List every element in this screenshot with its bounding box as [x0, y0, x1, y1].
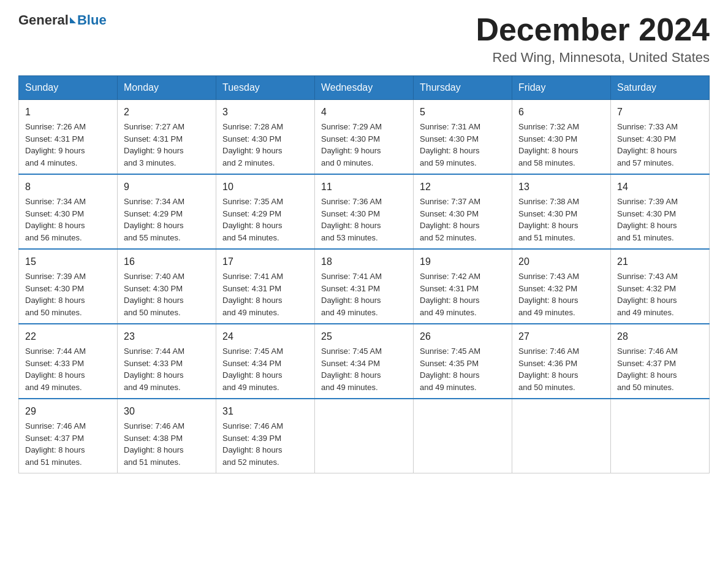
calendar-cell: 13Sunrise: 7:38 AMSunset: 4:30 PMDayligh… — [512, 174, 611, 249]
day-number: 19 — [420, 255, 506, 269]
calendar-week-row: 29Sunrise: 7:46 AMSunset: 4:37 PMDayligh… — [19, 399, 710, 473]
calendar-cell: 20Sunrise: 7:43 AMSunset: 4:32 PMDayligh… — [512, 249, 611, 324]
day-info: Sunrise: 7:46 AMSunset: 4:36 PMDaylight:… — [518, 345, 604, 393]
calendar-header-friday: Friday — [512, 76, 611, 100]
day-number: 31 — [222, 404, 308, 419]
day-number: 5 — [420, 105, 506, 120]
day-info: Sunrise: 7:35 AMSunset: 4:29 PMDaylight:… — [222, 196, 308, 243]
day-number: 27 — [518, 329, 604, 344]
calendar-header-saturday: Saturday — [611, 76, 710, 100]
calendar-cell: 8Sunrise: 7:34 AMSunset: 4:30 PMDaylight… — [19, 174, 118, 249]
day-info: Sunrise: 7:34 AMSunset: 4:30 PMDaylight:… — [25, 196, 111, 243]
calendar-cell: 22Sunrise: 7:44 AMSunset: 4:33 PMDayligh… — [19, 324, 118, 399]
calendar-header-row: SundayMondayTuesdayWednesdayThursdayFrid… — [19, 76, 710, 100]
day-number: 4 — [321, 105, 407, 120]
calendar-subtitle: Red Wing, Minnesota, United States — [476, 50, 710, 66]
day-info: Sunrise: 7:40 AMSunset: 4:30 PMDaylight:… — [124, 270, 210, 318]
day-info: Sunrise: 7:45 AMSunset: 4:34 PMDaylight:… — [222, 345, 308, 393]
calendar-cell — [414, 399, 512, 473]
day-info: Sunrise: 7:45 AMSunset: 4:35 PMDaylight:… — [420, 345, 506, 393]
day-info: Sunrise: 7:36 AMSunset: 4:30 PMDaylight:… — [321, 196, 407, 243]
calendar-cell: 15Sunrise: 7:39 AMSunset: 4:30 PMDayligh… — [19, 249, 118, 324]
day-number: 3 — [222, 105, 308, 120]
day-info: Sunrise: 7:31 AMSunset: 4:30 PMDaylight:… — [420, 121, 506, 169]
day-info: Sunrise: 7:41 AMSunset: 4:31 PMDaylight:… — [321, 270, 407, 318]
calendar-cell: 30Sunrise: 7:46 AMSunset: 4:38 PMDayligh… — [118, 399, 216, 473]
calendar-week-row: 15Sunrise: 7:39 AMSunset: 4:30 PMDayligh… — [19, 249, 710, 324]
calendar-cell — [315, 399, 414, 473]
day-number: 30 — [124, 404, 210, 419]
day-info: Sunrise: 7:46 AMSunset: 4:37 PMDaylight:… — [617, 345, 703, 393]
page-header: General Blue December 2024 Red Wing, Min… — [18, 12, 710, 66]
calendar-header-thursday: Thursday — [414, 76, 512, 100]
calendar-cell: 23Sunrise: 7:44 AMSunset: 4:33 PMDayligh… — [118, 324, 216, 399]
day-info: Sunrise: 7:27 AMSunset: 4:31 PMDaylight:… — [124, 121, 210, 169]
calendar-cell: 29Sunrise: 7:46 AMSunset: 4:37 PMDayligh… — [19, 399, 118, 473]
calendar-header-sunday: Sunday — [19, 76, 118, 100]
day-number: 25 — [321, 329, 407, 344]
day-number: 18 — [321, 255, 407, 269]
calendar-cell: 1Sunrise: 7:26 AMSunset: 4:31 PMDaylight… — [19, 100, 118, 175]
calendar-cell: 14Sunrise: 7:39 AMSunset: 4:30 PMDayligh… — [611, 174, 710, 249]
logo-blue-text: Blue — [77, 12, 107, 28]
calendar-cell: 9Sunrise: 7:34 AMSunset: 4:29 PMDaylight… — [118, 174, 216, 249]
calendar-cell: 5Sunrise: 7:31 AMSunset: 4:30 PMDaylight… — [414, 100, 512, 175]
day-number: 21 — [617, 255, 703, 269]
calendar-title: December 2024 — [476, 12, 710, 47]
calendar-cell: 6Sunrise: 7:32 AMSunset: 4:30 PMDaylight… — [512, 100, 611, 175]
day-number: 10 — [222, 180, 308, 194]
calendar-week-row: 22Sunrise: 7:44 AMSunset: 4:33 PMDayligh… — [19, 324, 710, 399]
calendar-table: SundayMondayTuesdayWednesdayThursdayFrid… — [18, 75, 710, 473]
logo-arrow-icon — [70, 17, 76, 23]
day-info: Sunrise: 7:43 AMSunset: 4:32 PMDaylight:… — [518, 270, 604, 318]
day-info: Sunrise: 7:33 AMSunset: 4:30 PMDaylight:… — [617, 121, 703, 169]
day-number: 26 — [420, 329, 506, 344]
calendar-header-wednesday: Wednesday — [315, 76, 414, 100]
day-info: Sunrise: 7:39 AMSunset: 4:30 PMDaylight:… — [617, 196, 703, 243]
calendar-cell: 17Sunrise: 7:41 AMSunset: 4:31 PMDayligh… — [216, 249, 315, 324]
day-info: Sunrise: 7:45 AMSunset: 4:34 PMDaylight:… — [321, 345, 407, 393]
day-info: Sunrise: 7:34 AMSunset: 4:29 PMDaylight:… — [124, 196, 210, 243]
calendar-cell: 18Sunrise: 7:41 AMSunset: 4:31 PMDayligh… — [315, 249, 414, 324]
day-number: 11 — [321, 180, 407, 194]
day-info: Sunrise: 7:42 AMSunset: 4:31 PMDaylight:… — [420, 270, 506, 318]
day-info: Sunrise: 7:32 AMSunset: 4:30 PMDaylight:… — [518, 121, 604, 169]
title-area: December 2024 Red Wing, Minnesota, Unite… — [476, 12, 710, 66]
day-number: 12 — [420, 180, 506, 194]
day-info: Sunrise: 7:46 AMSunset: 4:37 PMDaylight:… — [25, 420, 111, 468]
calendar-cell: 4Sunrise: 7:29 AMSunset: 4:30 PMDaylight… — [315, 100, 414, 175]
day-info: Sunrise: 7:26 AMSunset: 4:31 PMDaylight:… — [25, 121, 111, 169]
day-info: Sunrise: 7:37 AMSunset: 4:30 PMDaylight:… — [420, 196, 506, 243]
calendar-cell: 28Sunrise: 7:46 AMSunset: 4:37 PMDayligh… — [611, 324, 710, 399]
logo-general-text: General — [18, 12, 69, 28]
calendar-cell: 25Sunrise: 7:45 AMSunset: 4:34 PMDayligh… — [315, 324, 414, 399]
day-number: 23 — [124, 329, 210, 344]
day-number: 15 — [25, 255, 111, 269]
calendar-cell: 19Sunrise: 7:42 AMSunset: 4:31 PMDayligh… — [414, 249, 512, 324]
calendar-cell — [611, 399, 710, 473]
day-info: Sunrise: 7:44 AMSunset: 4:33 PMDaylight:… — [25, 345, 111, 393]
day-number: 20 — [518, 255, 604, 269]
day-number: 1 — [25, 105, 111, 120]
calendar-cell: 24Sunrise: 7:45 AMSunset: 4:34 PMDayligh… — [216, 324, 315, 399]
day-number: 8 — [25, 180, 111, 194]
day-info: Sunrise: 7:46 AMSunset: 4:38 PMDaylight:… — [124, 420, 210, 468]
day-number: 24 — [222, 329, 308, 344]
calendar-header-monday: Monday — [118, 76, 216, 100]
calendar-cell: 10Sunrise: 7:35 AMSunset: 4:29 PMDayligh… — [216, 174, 315, 249]
calendar-cell: 26Sunrise: 7:45 AMSunset: 4:35 PMDayligh… — [414, 324, 512, 399]
calendar-cell: 3Sunrise: 7:28 AMSunset: 4:30 PMDaylight… — [216, 100, 315, 175]
calendar-cell — [512, 399, 611, 473]
day-info: Sunrise: 7:38 AMSunset: 4:30 PMDaylight:… — [518, 196, 604, 243]
calendar-week-row: 1Sunrise: 7:26 AMSunset: 4:31 PMDaylight… — [19, 100, 710, 175]
calendar-cell: 12Sunrise: 7:37 AMSunset: 4:30 PMDayligh… — [414, 174, 512, 249]
day-info: Sunrise: 7:29 AMSunset: 4:30 PMDaylight:… — [321, 121, 407, 169]
calendar-header-tuesday: Tuesday — [216, 76, 315, 100]
day-number: 9 — [124, 180, 210, 194]
day-number: 17 — [222, 255, 308, 269]
day-number: 7 — [617, 105, 703, 120]
calendar-cell: 16Sunrise: 7:40 AMSunset: 4:30 PMDayligh… — [118, 249, 216, 324]
calendar-week-row: 8Sunrise: 7:34 AMSunset: 4:30 PMDaylight… — [19, 174, 710, 249]
day-number: 22 — [25, 329, 111, 344]
calendar-cell: 7Sunrise: 7:33 AMSunset: 4:30 PMDaylight… — [611, 100, 710, 175]
